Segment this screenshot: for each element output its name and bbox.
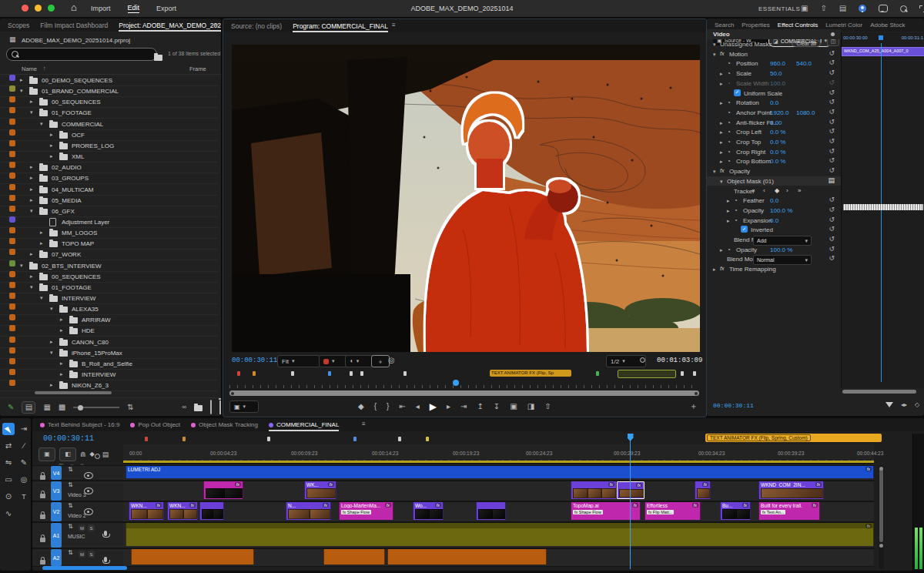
sequence-marker[interactable] [237,371,240,376]
expand-arrow-icon[interactable]: ▸ [30,175,33,181]
timeline-hscrollbar[interactable] [42,566,127,570]
timeline-tab-pop-out-object[interactable]: Pop Out Object [130,418,180,431]
timeline-clip[interactable]: fx [571,481,617,499]
fx-row-opacity[interactable]: ▸◔Opacity100.0 %↺ [707,206,841,216]
parameter-value[interactable]: 0.0 % [770,129,785,136]
expand-arrow-icon[interactable]: ▸ [40,240,43,246]
collapse-arrow-icon[interactable]: ▾ [40,121,43,127]
hand-tool[interactable]: ⊙ [2,491,15,503]
monitor-effect-label[interactable]: TEXT ANIMATOR FX (Flip, Sp [490,370,571,377]
label-color-chip[interactable] [9,195,15,201]
timeline-clip[interactable]: fx [695,481,711,499]
parameter-value[interactable]: 100.0 [770,80,785,87]
label-color-chip[interactable] [9,337,15,343]
fx-row-rotation[interactable]: ▸◔Rotation0.0↺ [707,98,841,108]
expand-arrow-icon[interactable]: ▸ [720,100,723,106]
collapse-arrow-icon[interactable]: ▾ [713,169,716,175]
sequence-marker[interactable] [328,371,331,376]
parameter-value[interactable]: 100.0 % [770,207,792,214]
bin-row-01-footage[interactable]: ▾01_FOOTAGE [0,282,218,293]
monitor-tab-source-no-clips[interactable]: Source: (no clips) [231,19,282,32]
expand-arrow-icon[interactable]: ▸ [60,360,63,367]
label-color-chip[interactable] [9,85,15,92]
clear-all-button[interactable]: Clear all [792,40,821,47]
bin-row-07-work[interactable]: ▸07_WORK [0,249,218,260]
tracker-fwd-all-icon[interactable]: » [798,187,801,194]
extract-icon[interactable]: ↧ [494,403,500,410]
expand-arrow-icon[interactable]: ▸ [30,273,33,280]
search-input[interactable] [6,48,157,61]
bin-row-iphone-15promax[interactable]: ▾iPhone_15ProMax [0,347,218,359]
bin-row-02-bts-interview[interactable]: ▾02_BTS_INTERVIEW [0,260,218,272]
expand-arrow-icon[interactable]: ▸ [727,218,730,224]
ripple-edit-tool[interactable]: ⇄ [2,440,15,452]
reset-parameter-icon[interactable]: ↺ [829,137,835,145]
fx-row-uniform-scale[interactable]: ✓Uniform Scale↺ [707,89,841,99]
fx-row-crop-bottom[interactable]: ▸◔Crop Bottom0.0 %↺ [707,156,841,166]
fx-row-opacity[interactable]: ▾fxOpacity↺ [707,166,841,176]
project-tab-project-adobe-max-demo-20251014[interactable]: Project: ADOBE_MAX_DEMO_20251014 [119,18,221,32]
profile-icon[interactable] [859,5,866,12]
reset-parameter-icon[interactable]: ↺ [829,254,835,262]
timeline-clip-logo-martenma[interactable]: Logo-MartenMa...fxfx Shape Flow [339,502,393,520]
timeline-clip-wkn[interactable]: WKN...fx [167,502,198,520]
reset-parameter-icon[interactable]: ↺ [829,206,835,213]
expand-arrow-icon[interactable]: ▸ [60,317,63,323]
mute-button[interactable]: M [79,551,85,558]
selection-tool[interactable] [2,423,15,435]
sort-icon[interactable]: ⇅ [127,404,133,411]
track-target-a1[interactable]: A1 [51,523,62,548]
label-color-chip[interactable] [9,325,15,331]
track-lock-icon[interactable] [40,538,45,542]
bin-row-interview[interactable]: ▸INTERVIEW [0,369,218,380]
freeform-view-button[interactable]: ▩ [59,404,65,411]
label-color-chip[interactable] [9,184,15,190]
timeline-clip[interactable]: fx [126,523,874,546]
bin-row-interview[interactable]: ▾INTERVIEW [0,293,218,304]
timeline-tab-commercial-final[interactable]: COMMERCIAL_FINAL [269,418,339,431]
go-to-in-icon[interactable]: ⇤ [399,403,405,410]
label-color-chip[interactable] [9,238,15,244]
timeline-tab-text-behind-subject-16-9[interactable]: Text Behind Subject - 16:9 [40,418,119,431]
lift-icon[interactable]: ↥ [477,403,483,410]
parameter-value[interactable]: 0.0 [770,217,778,224]
razor-tool[interactable]: ∕ [18,440,30,452]
fx-row-anchor-point[interactable]: ◔Anchor Point1920.01080.0↺ [707,108,841,118]
new-item-icon[interactable] [210,400,212,414]
expand-arrow-icon[interactable]: ▸ [20,77,23,83]
work-area-bar[interactable] [123,461,874,463]
stopwatch-icon[interactable]: ◔ [727,70,731,77]
list-view-button[interactable]: ▤ [22,401,35,414]
workspace-label[interactable]: ESSENTIALS [758,5,800,12]
timeline-vscrollbar[interactable] [879,465,884,569]
project-tab-film-impact-dashboard[interactable]: Film Impact Dashboard [40,18,108,32]
expand-arrow-icon[interactable]: ▸ [713,266,716,273]
reset-parameter-icon[interactable]: ↺ [829,235,835,243]
label-color-chip[interactable] [9,227,15,233]
tracker-back-all-icon[interactable]: « [752,187,755,194]
fx-row-anti-flicker-fil[interactable]: ▸◔Anti-flicker Fil...0.00↺ [707,118,841,128]
label-color-chip[interactable] [9,162,15,168]
timeline-clip-bu[interactable]: Bu...fx [720,502,751,520]
label-color-chip[interactable] [9,369,15,375]
lane-clip-bar[interactable]: WKND_COM_A25_A004_A007_0 [842,47,924,56]
timeline-tab-object-mask-tracking[interactable]: Object Mask Tracking [191,418,258,431]
parameter-value[interactable]: 0.0 % [770,139,785,146]
collapse-arrow-icon[interactable]: ▾ [40,295,43,301]
sequence-marker[interactable] [253,371,256,376]
icon-view-button[interactable]: ▦ [43,404,50,411]
effects-timecode[interactable]: 00:00:30:11 [713,402,754,409]
snap-toggle-icon[interactable]: ◎ [388,357,395,364]
reset-parameter-icon[interactable]: ↺ [829,98,835,106]
stopwatch-icon[interactable]: ◔ [734,207,738,214]
reset-parameter-icon[interactable]: ↺ [829,147,835,155]
expand-arrow-icon[interactable]: ▸ [60,371,63,377]
voiceover-mic-icon[interactable] [104,531,107,536]
sequence-marker[interactable] [403,371,407,376]
expand-arrow-icon[interactable]: ▸ [60,327,63,333]
expand-arrow-icon[interactable]: ▸ [40,230,43,236]
bin-row-b-roll-and-selfie[interactable]: ▸B_Roll_and_Selfie [0,358,218,370]
parameter-value[interactable]: 0.0 % [770,158,785,165]
expand-arrow-icon[interactable]: ▸ [720,149,723,156]
collapse-arrow-icon[interactable]: ▾ [713,52,716,58]
